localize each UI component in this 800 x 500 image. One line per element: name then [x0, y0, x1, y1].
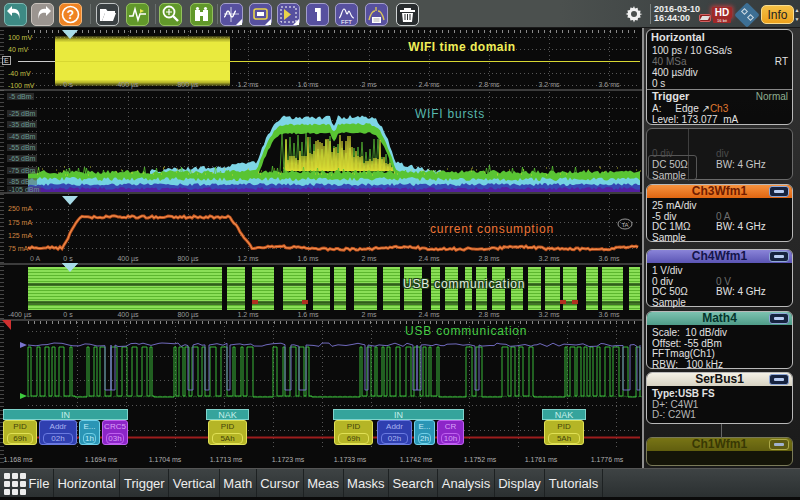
svg-text:TA: TA — [621, 222, 628, 228]
